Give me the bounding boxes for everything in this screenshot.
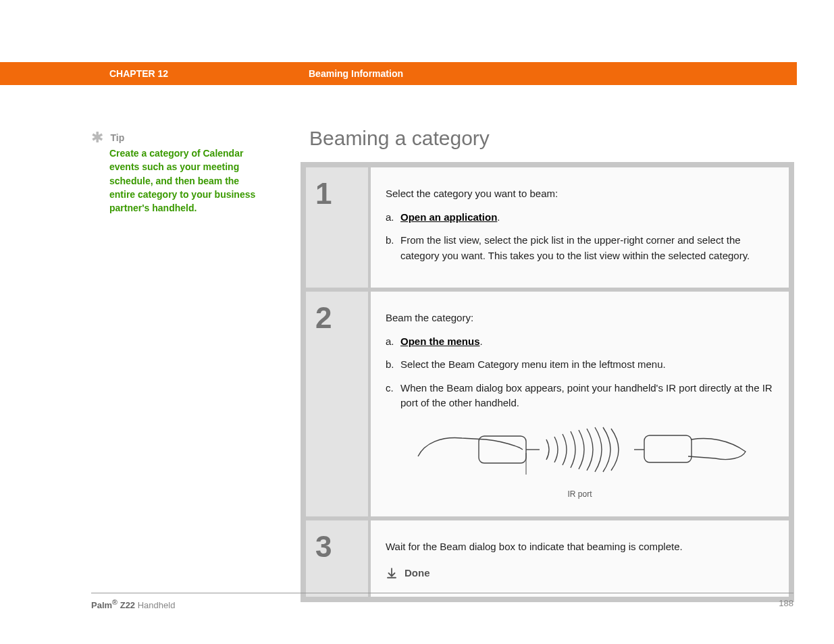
svg-rect-3 [644,435,692,462]
arrow-down-icon [386,567,398,579]
open-menus-link[interactable]: Open the menus [400,336,480,347]
footer-product-type: Handheld [138,600,176,610]
step-list: a. Open the menus. b. Select the Beam Ca… [386,334,774,411]
footer-product: Palm® Z22 Handheld [91,598,175,610]
list-text: Open an application. [400,210,774,225]
list-item: a. Open the menus. [386,334,774,350]
list-item: b. From the list view, select the pick l… [386,233,774,263]
step-intro: Beam the category: [386,311,774,326]
step-number: 2 [306,288,368,516]
tip-text: Create a category of Calendar events suc… [109,146,261,215]
footer-brand: Palm [91,600,112,610]
page-title: Beaming a category [309,127,490,150]
page-number: 188 [779,598,793,608]
list-marker: a. [386,210,400,225]
footer-rule [91,593,793,593]
list-text: From the list view, select the pick list… [400,233,774,263]
svg-rect-0 [479,436,526,463]
step-body: Beam the category: a. Open the menus. b.… [371,288,789,516]
step-row: 3 Wait for the Beam dialog box to indica… [306,516,789,597]
list-marker: b. [386,233,400,263]
topic-label: Beaming Information [309,68,403,79]
done-row: Done [386,566,774,581]
open-application-link[interactable]: Open an application [400,211,497,223]
step-intro: Select the category you want to beam: [386,186,774,202]
footer-model: Z22 [120,600,135,610]
step-body: Wait for the Beam dialog box to indicate… [371,516,789,597]
step-list: a. Open an application. b. From the list… [386,210,774,264]
list-item: c. When the Beam dialog box appears, poi… [386,381,774,411]
list-suffix: . [497,211,500,223]
asterisk-icon: ✱ [91,132,103,144]
list-marker: b. [386,357,400,373]
list-item: b. Select the Beam Category menu item in… [386,357,774,373]
step-intro: Wait for the Beam dialog box to indicate… [386,539,774,555]
step-body: Select the category you want to beam: a.… [371,167,789,288]
list-marker: c. [386,381,400,411]
beaming-illustration: IR port [386,419,774,501]
tip-block: ✱ Tip Create a category of Calendar even… [91,132,267,215]
step-row: 1 Select the category you want to beam: … [306,167,789,288]
steps-container: 1 Select the category you want to beam: … [301,162,794,602]
step-number: 3 [306,516,368,597]
ir-beaming-icon [405,419,756,480]
list-text: Select the Beam Category menu item in th… [400,357,774,373]
step-row: 2 Beam the category: a. Open the menus. … [306,288,789,516]
list-suffix: . [480,336,483,347]
list-item: a. Open an application. [386,210,774,225]
figure-caption: IR port [386,488,774,500]
chapter-label: CHAPTER 12 [109,68,168,79]
list-marker: a. [386,334,400,350]
list-text: When the Beam dialog box appears, point … [400,381,774,411]
list-text: Open the menus. [400,334,774,350]
tip-label: Tip [110,132,124,144]
page-header: CHAPTER 12 Beaming Information [0,62,797,85]
step-number: 1 [306,167,368,288]
done-label: Done [405,566,430,581]
